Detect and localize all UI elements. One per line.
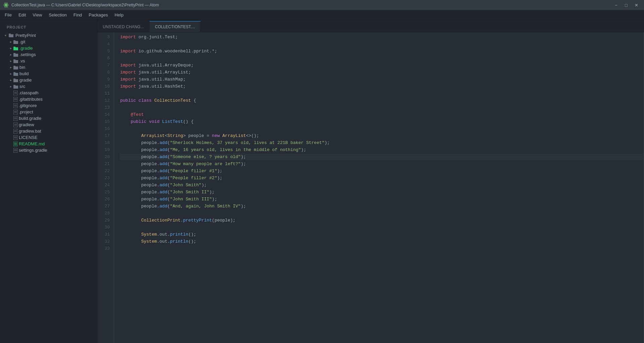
- tree-item-icon: [13, 122, 17, 127]
- sidebar-item-bin[interactable]: ▸bin: [0, 64, 97, 70]
- menu-item-file[interactable]: File: [1, 11, 15, 19]
- svg-rect-8: [13, 47, 18, 50]
- svg-rect-4: [9, 34, 13, 37]
- code-line: [120, 90, 644, 97]
- sidebar-item-label: LICENSE: [19, 135, 38, 140]
- line-number: 9: [97, 76, 111, 83]
- code-editor[interactable]: import org.junit.Test; import io.github.…: [114, 32, 644, 343]
- line-number: 20: [97, 153, 111, 160]
- code-line: CollectionPrint.prettyPrint(people);: [120, 217, 644, 224]
- line-number: 4: [97, 41, 111, 48]
- code-line: [120, 41, 644, 48]
- svg-rect-14: [13, 66, 18, 69]
- line-number: 14: [97, 111, 111, 118]
- svg-rect-31: [13, 110, 17, 114]
- sidebar-item-gradlew[interactable]: gradlew: [0, 121, 97, 128]
- tree-item-icon: [13, 148, 17, 153]
- sidebar-item-label: gradle: [19, 78, 32, 83]
- tab-unstaged-chang---[interactable]: UNSTAGED CHANG...: [97, 21, 149, 32]
- sidebar-item-label: gradlew.bat: [19, 129, 41, 134]
- line-number: 24: [97, 182, 111, 189]
- svg-rect-20: [13, 86, 18, 89]
- titlebar-controls: − □ ✕: [612, 2, 641, 8]
- titlebar-left: CollectionTest.java — C:\Users\Gabriel C…: [3, 2, 159, 8]
- titlebar-title: CollectionTest.java — C:\Users\Gabriel C…: [11, 3, 159, 7]
- svg-rect-37: [13, 122, 17, 127]
- sidebar-item--git[interactable]: ▸.git: [0, 39, 97, 45]
- minimize-button[interactable]: −: [612, 2, 620, 8]
- sidebar-item-label: src: [19, 84, 25, 89]
- tree-arrow-icon: ▸: [8, 85, 13, 88]
- line-number: 27: [97, 203, 111, 210]
- code-line: people.add("How many people are left?");: [120, 160, 644, 167]
- code-line: import java.util.HashSet;: [120, 83, 644, 90]
- svg-rect-19: [13, 79, 15, 80]
- line-numbers: 3456789101112131415161718192021222324252…: [97, 32, 114, 343]
- menubar: FileEditViewSelectionFindPackagesHelp: [0, 10, 644, 20]
- sidebar-item--settings[interactable]: ▸.settings: [0, 51, 97, 58]
- tree-item-icon: [13, 72, 18, 76]
- editor[interactable]: 3456789101112131415161718192021222324252…: [97, 32, 644, 343]
- code-line: people.add("John Smith");: [120, 182, 644, 189]
- line-number: 30: [97, 224, 111, 231]
- tree-arrow-icon: ▸: [8, 78, 13, 82]
- line-number: 18: [97, 139, 111, 146]
- svg-rect-18: [13, 79, 18, 82]
- svg-rect-7: [13, 40, 15, 41]
- maximize-button[interactable]: □: [622, 2, 631, 8]
- line-number: 12: [97, 97, 111, 104]
- sidebar-item-settings-gradle[interactable]: settings.gradle: [0, 147, 97, 153]
- code-line: [120, 125, 644, 132]
- sidebar-item-label: build.gradle: [19, 116, 41, 121]
- sidebar-item--gradle[interactable]: ▸.gradle: [0, 45, 97, 51]
- sidebar-item--project[interactable]: .project: [0, 109, 97, 115]
- menu-item-packages[interactable]: Packages: [85, 11, 111, 19]
- close-button[interactable]: ✕: [632, 2, 641, 8]
- svg-rect-34: [13, 116, 17, 121]
- tree-item-icon: [13, 40, 18, 44]
- sidebar-item-label: .gitignore: [19, 103, 37, 108]
- code-line: people.add("People filler #1");: [120, 167, 644, 175]
- sidebar-item-prettyprint[interactable]: ▾ PrettyPrint: [0, 32, 97, 39]
- menu-item-view[interactable]: View: [29, 11, 45, 19]
- menu-item-find[interactable]: Find: [70, 11, 85, 19]
- tree-arrow-icon: ▸: [8, 40, 13, 44]
- svg-rect-43: [13, 135, 17, 140]
- svg-rect-25: [13, 97, 17, 102]
- sidebar-item--gitignore[interactable]: .gitignore: [0, 102, 97, 109]
- sidebar-item-build[interactable]: ▸build: [0, 70, 97, 77]
- sidebar-item-license[interactable]: LICENSE: [0, 134, 97, 141]
- sidebar-item-gradlew-bat[interactable]: gradlew.bat: [0, 128, 97, 134]
- tree-arrow-icon: ▸: [8, 72, 13, 76]
- code-line: System.out.println();: [120, 231, 644, 238]
- code-line: people.add("And, again, John Smith IV");: [120, 203, 644, 210]
- svg-rect-13: [13, 59, 15, 60]
- tab-collectiontest----[interactable]: COLLECTIONTEST....: [149, 21, 200, 32]
- sidebar-item-readme-md[interactable]: README.md: [0, 141, 97, 147]
- code-line: [120, 210, 644, 217]
- sidebar-item--classpath[interactable]: .classpath: [0, 90, 97, 96]
- line-number: 17: [97, 132, 111, 139]
- code-line: ArrayList<String> people = new ArrayList…: [120, 132, 644, 139]
- sidebar-item-label: .vs: [19, 58, 25, 63]
- svg-rect-10: [13, 54, 18, 57]
- tabbar: UNSTAGED CHANG...COLLECTIONTEST....: [97, 20, 644, 32]
- svg-rect-28: [13, 103, 17, 108]
- sidebar-item--vs[interactable]: ▸.vs: [0, 58, 97, 64]
- menu-item-help[interactable]: Help: [111, 11, 127, 19]
- atom-logo-icon: [3, 2, 9, 8]
- tree-arrow-icon: ▸: [8, 59, 13, 63]
- code-line: public void ListTest() {: [120, 118, 644, 125]
- sidebar-tree: ▾ PrettyPrint ▸.git▸.gradle▸.settings▸.v…: [0, 32, 97, 153]
- menu-item-edit[interactable]: Edit: [15, 11, 29, 19]
- tree-arrow-icon: ▸: [8, 65, 13, 69]
- menu-item-selection[interactable]: Selection: [45, 11, 70, 19]
- sidebar-item--gitattributes[interactable]: .gitattributes: [0, 96, 97, 102]
- line-number: 16: [97, 125, 111, 132]
- sidebar-item-label: .gradle: [19, 46, 33, 51]
- line-number: 29: [97, 217, 111, 224]
- svg-rect-17: [13, 72, 15, 73]
- sidebar-item-build-gradle[interactable]: build.gradle: [0, 115, 97, 121]
- sidebar-item-gradle[interactable]: ▸gradle: [0, 77, 97, 83]
- sidebar-item-src[interactable]: ▸src: [0, 83, 97, 90]
